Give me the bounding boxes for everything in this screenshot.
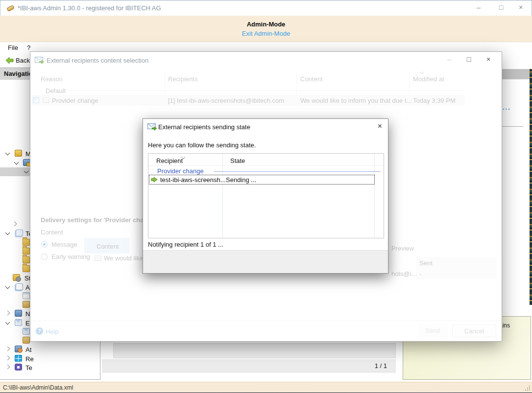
app-icon (6, 4, 14, 12)
sending-state-dialog: External recipients sending state × Here… (143, 118, 388, 274)
package-icon (15, 150, 22, 157)
column-header-reason[interactable]: Reason (41, 75, 63, 83)
chevron-right-icon[interactable] (12, 222, 17, 227)
chevron-down-icon[interactable] (5, 320, 10, 325)
chevron-right-icon[interactable] (5, 365, 10, 370)
mail-send-icon (147, 123, 157, 131)
titlebar: *IBI-aws Admin 1.30.0 - registered for I… (0, 0, 532, 16)
nav-item-label: Re (25, 355, 34, 363)
help-icon (36, 327, 43, 335)
app-windows-icon (16, 283, 23, 290)
column-header-modified[interactable]: Modified at (413, 75, 444, 83)
cell-recipients: [1] test-ibi-aws-screenshots@ibitech.com (168, 97, 284, 104)
recipient-fragment: hots@i... (391, 270, 417, 277)
close-button[interactable]: × (514, 3, 528, 11)
column-divider (374, 154, 375, 238)
delivery-settings-heading: Delivery settings for 'Provider change' (41, 216, 157, 224)
chevron-right-icon[interactable] (5, 356, 10, 361)
group-row-label: Provider change (157, 167, 204, 175)
radio-early-warning-label: Early warning (51, 253, 90, 260)
column-header-content[interactable]: Content (300, 75, 323, 83)
dialog-footer (143, 250, 388, 273)
package-icon (23, 337, 30, 344)
admin-mode-heading: Admin-Mode (0, 16, 532, 28)
chevron-down-icon[interactable] (5, 151, 10, 156)
table-row-focused[interactable]: test-ibi-aws-screensh... Sending ... (149, 175, 374, 184)
radio-message[interactable] (41, 241, 48, 248)
tab-preview-label[interactable]: Preview (391, 245, 414, 252)
send-button[interactable]: Send (418, 324, 447, 337)
grid-icon (15, 355, 22, 362)
chevron-down-icon[interactable] (5, 231, 10, 235)
scroll-bar[interactable] (113, 343, 396, 358)
chevron-down-icon[interactable] (14, 160, 19, 165)
column-header-state[interactable]: State (230, 157, 245, 164)
sent-value: - (419, 270, 421, 277)
checkbox-checked-icon[interactable] (33, 97, 39, 103)
cell-recipient: test-ibi-aws-screensh... (160, 176, 226, 184)
chevron-right-icon[interactable] (5, 311, 10, 316)
cancel-button[interactable]: Cancel (452, 324, 496, 337)
menu-file[interactable]: File (8, 44, 18, 51)
cell-content: We would like to inform you that due t..… (300, 97, 411, 104)
monitor-icon (15, 310, 22, 317)
exit-admin-mode-link[interactable]: Exit Admin-Mode (242, 30, 290, 37)
admin-mode-banner: Admin-Mode Exit Admin-Mode (0, 16, 532, 42)
message-preview-text: We would like (104, 254, 143, 262)
chevron-down-icon[interactable] (5, 284, 10, 289)
window-icon (23, 292, 30, 299)
cell-reason: Provider change (52, 97, 98, 104)
divider (502, 126, 523, 127)
back-button[interactable]: Back (3, 55, 32, 66)
nav-item-label: At (25, 346, 31, 353)
nav-item[interactable]: Re (0, 354, 99, 363)
cell-modified: Today 3:39 PM (413, 97, 456, 104)
group-row-label: Default (46, 87, 66, 94)
dialog-description: Here you can follow the sending state. (148, 141, 256, 149)
nav-item[interactable]: Te (0, 363, 99, 372)
pagination-label: 1 / 1 (375, 362, 387, 370)
radio-early-warning[interactable] (41, 254, 48, 260)
back-label: Back (16, 57, 30, 64)
group-line (70, 91, 464, 91)
sending-status-text: Notifying recipient 1 of 1 ... (148, 241, 223, 248)
close-icon[interactable]: × (378, 122, 382, 131)
folder-icon (23, 248, 30, 254)
message-icon (95, 255, 101, 261)
menu-help[interactable]: ? (27, 44, 30, 51)
dialog-title: External recipients sending state (158, 123, 250, 131)
folder-icon (23, 256, 30, 263)
back-arrow-icon (5, 57, 14, 64)
chevron-right-icon[interactable] (5, 347, 10, 351)
support-icon (15, 346, 22, 352)
copy-icon (16, 230, 23, 236)
minimize-button[interactable]: – (472, 3, 485, 11)
gear-package-icon (13, 274, 20, 281)
teams-icon (15, 364, 22, 370)
data-file-path: C:\IBI-aws\Admin\Data.xml (3, 384, 73, 391)
sent-column-header: Sent (419, 259, 433, 267)
sending-arrow-icon (151, 177, 158, 183)
app-window: *IBI-aws Admin 1.30.0 - registered for I… (0, 0, 532, 393)
resize-grip[interactable] (525, 386, 530, 391)
column-header-recipient[interactable]: Recipient (156, 157, 183, 164)
column-divider (222, 154, 223, 238)
mail-icon (15, 319, 22, 326)
footer-divider (30, 321, 502, 321)
column-header-recipients[interactable]: Recipients (168, 75, 198, 83)
tab-content-label: Content (97, 243, 119, 250)
computer-warning-icon (23, 159, 30, 166)
maximize-button[interactable]: □ (494, 3, 508, 11)
nav-item-label: Te (25, 364, 32, 371)
chevron-down-icon[interactable] (24, 169, 29, 174)
status-bar: C:\IBI-aws\Admin\Data.xml (0, 382, 532, 393)
sort-caret-icon (420, 70, 424, 74)
radio-message-label: Message (51, 241, 77, 248)
nav-item[interactable]: At (0, 345, 99, 354)
nav-item-label: N (25, 310, 30, 318)
more-link[interactable]: ... (503, 104, 511, 111)
help-link[interactable]: Help (46, 328, 59, 335)
message-icon (43, 97, 49, 103)
content-label: Content (41, 229, 63, 236)
sending-state-table: Recipient State Provider change test-ibi… (148, 153, 384, 238)
